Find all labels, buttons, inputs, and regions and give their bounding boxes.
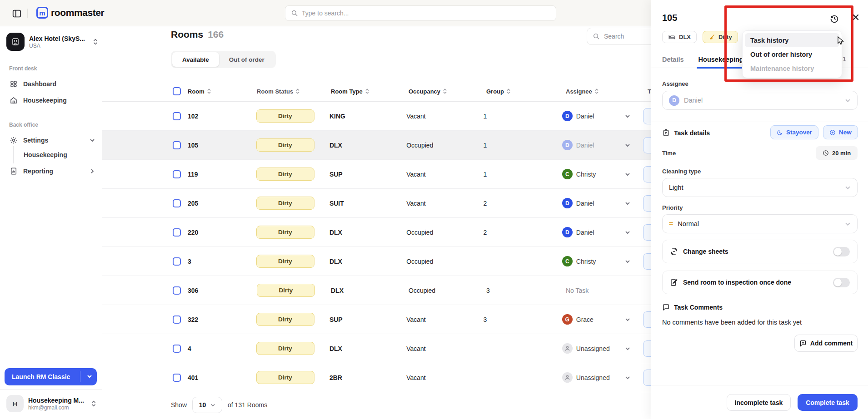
sort-icon[interactable] xyxy=(506,88,511,94)
sort-icon[interactable] xyxy=(295,88,300,94)
column-header-group[interactable]: Group xyxy=(486,88,566,95)
status-badge: Dirty xyxy=(256,138,314,152)
task-action-button[interactable] xyxy=(643,108,651,124)
chevron-down-icon[interactable] xyxy=(625,172,643,177)
table-row[interactable]: 322 Dirty SUP Vacant 3 GGrace xyxy=(102,305,651,334)
row-checkbox[interactable] xyxy=(173,199,181,207)
room-type-badge-label: DLX xyxy=(679,34,691,40)
row-checkbox[interactable] xyxy=(173,228,181,237)
row-checkbox[interactable] xyxy=(173,315,181,324)
table-row[interactable]: 205 Dirty SUIT Vacant 2 DDaniel xyxy=(102,189,651,218)
inspection-toggle[interactable] xyxy=(833,278,850,287)
row-checkbox[interactable] xyxy=(173,112,181,120)
table-row[interactable]: 119 Dirty SUP Vacant 1 CChristy xyxy=(102,160,651,189)
new-task-button[interactable]: New xyxy=(823,125,858,139)
sort-icon[interactable] xyxy=(594,88,599,94)
table-row[interactable]: 306 Dirty DLX Occupied 3 No Task xyxy=(102,276,651,305)
cleaning-type-select[interactable]: Light xyxy=(662,178,858,197)
sidebar-item-reporting[interactable]: Reporting xyxy=(0,164,102,178)
row-checkbox[interactable] xyxy=(173,141,181,149)
cell-assignee[interactable]: CChristy xyxy=(562,169,625,179)
row-checkbox[interactable] xyxy=(173,170,181,178)
hotel-selector[interactable]: Alex Hotel (SkyS... USA xyxy=(6,33,96,51)
history-icon[interactable] xyxy=(829,14,839,24)
cell-assignee[interactable]: DDaniel xyxy=(562,227,625,237)
sidebar-toggle-icon[interactable] xyxy=(12,9,22,19)
tab-details[interactable]: Details xyxy=(662,51,684,68)
column-header-assignee[interactable]: Assignee xyxy=(566,88,648,95)
stayover-button[interactable]: Stayover xyxy=(770,125,818,139)
complete-task-button[interactable]: Complete task xyxy=(798,394,858,411)
select-all-checkbox[interactable] xyxy=(173,87,181,95)
page-size-select[interactable]: 10 xyxy=(192,397,222,413)
sidebar-subitem-housekeeping[interactable]: Housekeeping xyxy=(0,148,102,162)
chevron-down-icon[interactable] xyxy=(625,259,643,264)
table-row[interactable]: 220 Dirty DLX Occupied 2 DDaniel xyxy=(102,218,651,247)
sort-icon[interactable] xyxy=(365,88,369,94)
avatar: G xyxy=(562,314,573,325)
sort-icon[interactable] xyxy=(443,88,447,94)
incomplete-task-button[interactable]: Incomplete task xyxy=(727,394,791,411)
task-action-button[interactable] xyxy=(643,195,651,212)
assignee-name: Christy xyxy=(576,171,596,178)
chevron-down-icon[interactable] xyxy=(625,375,643,380)
cell-assignee[interactable]: DDaniel xyxy=(562,198,625,208)
sidebar-item-settings[interactable]: Settings xyxy=(0,133,102,148)
column-header-room-status[interactable]: Room Status xyxy=(257,88,331,95)
launch-rm-classic-button[interactable]: Launch RM Classic xyxy=(5,368,97,385)
table-row[interactable]: 3 Dirty DLX Occupied CChristy xyxy=(102,247,651,276)
task-action-button[interactable] xyxy=(643,311,651,328)
cell-assignee[interactable]: Unassigned xyxy=(562,343,625,354)
cell-assignee[interactable]: GGrace xyxy=(562,314,625,325)
chevron-down-icon[interactable] xyxy=(625,230,643,235)
row-checkbox[interactable] xyxy=(173,286,181,295)
tab-available[interactable]: Available xyxy=(172,52,219,67)
column-header-room[interactable]: Room xyxy=(188,88,257,95)
chevron-down-icon[interactable] xyxy=(625,317,643,322)
chevron-down-icon[interactable] xyxy=(625,201,643,206)
table-row[interactable]: 401 Dirty 2BR Vacant Unassigned xyxy=(102,363,651,392)
cell-assignee[interactable]: Unassigned xyxy=(562,372,625,383)
change-sheets-toggle[interactable] xyxy=(833,247,850,256)
cell-assignee[interactable]: DDaniel xyxy=(562,111,625,121)
chevron-down-icon[interactable] xyxy=(87,373,92,380)
task-action-button[interactable] xyxy=(643,137,651,153)
task-action-button[interactable] xyxy=(643,166,651,182)
column-header-task[interactable]: Ta xyxy=(648,88,651,95)
row-checkbox[interactable] xyxy=(173,257,181,266)
row-checkbox[interactable] xyxy=(173,345,181,353)
menu-item-out-of-order-history[interactable]: Out of order history xyxy=(745,47,839,61)
sidebar-item-dashboard[interactable]: Dashboard xyxy=(0,77,102,91)
table-row[interactable]: 102 Dirty KING Vacant 1 DDaniel xyxy=(102,102,651,131)
cell-assignee[interactable]: DDaniel xyxy=(562,140,625,150)
change-sheets-card: Change sheets xyxy=(662,240,858,263)
row-checkbox[interactable] xyxy=(173,374,181,382)
priority-value: Normal xyxy=(678,220,699,227)
task-action-button[interactable] xyxy=(643,370,651,386)
table-row[interactable]: 4 Dirty DLX Vacant Unassigned xyxy=(102,334,651,363)
task-action-button[interactable] xyxy=(643,340,651,357)
user-menu[interactable]: H Housekeeping M... hkm@gmail.com xyxy=(6,395,96,412)
cell-occupancy: Vacant xyxy=(406,171,483,178)
menu-item-task-history[interactable]: Task history xyxy=(745,33,839,47)
add-comment-button[interactable]: Add comment xyxy=(794,335,858,352)
task-action-button[interactable] xyxy=(643,224,651,241)
chevron-down-icon[interactable] xyxy=(625,113,643,119)
cell-group: 3 xyxy=(484,316,562,323)
sidebar-item-housekeeping[interactable]: Housekeeping xyxy=(0,93,102,108)
task-action-button[interactable] xyxy=(643,253,651,270)
rooms-search-input[interactable]: Search xyxy=(587,28,651,45)
chevron-down-icon[interactable] xyxy=(625,143,643,148)
sort-icon[interactable] xyxy=(207,88,211,94)
assignee-select[interactable]: D Daniel xyxy=(662,91,858,110)
chevron-down-icon[interactable] xyxy=(625,346,643,351)
tab-out-of-order[interactable]: Out of order xyxy=(219,52,274,67)
column-header-occupancy[interactable]: Occupancy xyxy=(409,88,486,95)
priority-select[interactable]: = Normal xyxy=(662,214,858,233)
close-icon[interactable] xyxy=(852,14,860,22)
tab-housekeeping[interactable]: Housekeeping xyxy=(698,51,743,68)
cell-assignee[interactable]: CChristy xyxy=(562,256,625,266)
table-row-selected[interactable]: 105 Dirty DLX Occupied 1 DDaniel xyxy=(102,131,651,160)
column-header-room-type[interactable]: Room Type xyxy=(331,88,409,95)
global-search-input[interactable]: Type to search... xyxy=(285,5,556,21)
